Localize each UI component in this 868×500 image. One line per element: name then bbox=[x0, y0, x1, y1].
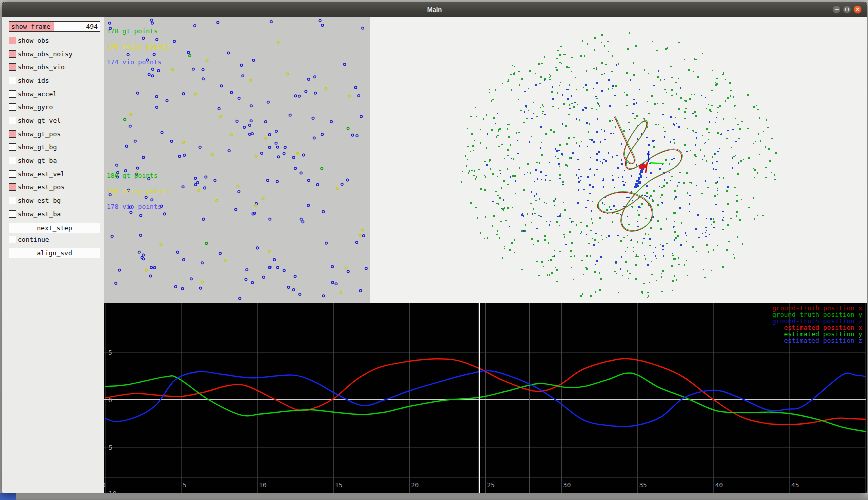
show_gt_ba-checkbox[interactable] bbox=[9, 157, 16, 164]
svg-text:10: 10 bbox=[259, 482, 267, 489]
sidebar-item-show_obs[interactable]: show_obs bbox=[9, 34, 104, 48]
sidebar-widgets: show_frame 494 show_obsshow_obs_noisysho… bbox=[3, 17, 104, 258]
checkbox-label: show_accel bbox=[18, 90, 57, 98]
checkbox-label: show_ids bbox=[18, 77, 49, 84]
svg-text:20: 20 bbox=[411, 482, 419, 489]
svg-text:35: 35 bbox=[639, 482, 647, 489]
gt-points-count: 178 gt points bbox=[107, 29, 169, 34]
dock-fragment bbox=[0, 494, 16, 500]
show_gt_bg-checkbox[interactable] bbox=[9, 144, 16, 151]
show_accel-checkbox[interactable] bbox=[9, 90, 16, 98]
sidebar-item-show_gt_pos[interactable]: show_gt_pos bbox=[9, 128, 104, 141]
minimize-icon bbox=[835, 10, 839, 10]
continue-label: continue bbox=[18, 236, 49, 244]
checkbox-label: show_gt_ba bbox=[18, 157, 57, 164]
sidebar-item-show_gt_vel[interactable]: show_gt_vel bbox=[9, 114, 104, 128]
sidebar-item-show_accel[interactable]: show_accel bbox=[9, 88, 104, 101]
camera-view-1-overlay: 180 gt points 180 noisy points 178 vio p… bbox=[107, 163, 169, 220]
svg-text:5: 5 bbox=[183, 482, 187, 489]
map-3d-view[interactable] bbox=[370, 17, 867, 304]
show_gyro-checkbox[interactable] bbox=[9, 104, 16, 111]
sidebar-panel: show_frame 494 show_obsshow_obs_noisysho… bbox=[3, 17, 104, 492]
svg-text:40: 40 bbox=[715, 482, 723, 489]
main-window: Main ✕ show_frame 494 show_obsshow_obs_n… bbox=[2, 2, 867, 494]
show_est_bg-checkbox[interactable] bbox=[9, 197, 16, 204]
position-plot-canvas: 05101520253035404550-5-10 bbox=[104, 304, 867, 493]
checkbox-label: show_est_bg bbox=[18, 197, 61, 204]
show_est_vel-checkbox[interactable] bbox=[9, 170, 16, 178]
noisy-points-count: 180 noisy points bbox=[107, 189, 169, 194]
align-svd-button[interactable]: align_svd bbox=[9, 248, 100, 258]
checkbox-label: show_obs bbox=[18, 37, 49, 44]
slider-value: 494 bbox=[86, 22, 98, 32]
show_obs-checkbox[interactable] bbox=[9, 37, 16, 44]
checkbox-label: show_obs_vio bbox=[18, 64, 65, 71]
gt-points-count: 180 gt points bbox=[107, 174, 169, 178]
maximize-icon bbox=[845, 8, 849, 12]
titlebar[interactable]: Main ✕ bbox=[2, 2, 867, 18]
checkbox-label: show_gyro bbox=[18, 104, 53, 111]
checkbox-label: show_est_vel bbox=[18, 170, 65, 178]
maximize-button[interactable] bbox=[843, 6, 851, 14]
show_ids-checkbox[interactable] bbox=[9, 77, 16, 84]
vio-points-count: 174 vio points bbox=[107, 60, 169, 65]
minimize-button[interactable] bbox=[832, 6, 841, 14]
sidebar-item-show_gt_bg[interactable]: show_gt_bg bbox=[9, 141, 104, 154]
show_gt_vel-checkbox[interactable] bbox=[9, 117, 16, 124]
svg-text:-10: -10 bbox=[105, 490, 116, 493]
camera-view-1[interactable]: 180 gt points 180 noisy points 178 vio p… bbox=[104, 162, 370, 304]
svg-text:0: 0 bbox=[104, 482, 106, 489]
checkbox-label: show_est_ba bbox=[18, 210, 61, 218]
checkbox-label: show_obs_noisy bbox=[18, 50, 73, 58]
continue-checkbox[interactable] bbox=[9, 236, 16, 244]
svg-text:45: 45 bbox=[791, 482, 799, 489]
next-step-button[interactable]: next_step bbox=[9, 223, 100, 234]
svg-text:5: 5 bbox=[108, 349, 112, 356]
noisy-points-count: 178 noisy points bbox=[107, 44, 169, 50]
legend-entry: estimated position z bbox=[772, 338, 862, 344]
sidebar-item-show_est_pos[interactable]: show_est_pos bbox=[9, 181, 104, 194]
map-3d-canvas bbox=[370, 17, 867, 304]
sidebar-item-continue[interactable]: continue bbox=[9, 234, 104, 247]
show-frame-slider[interactable]: show_frame 494 bbox=[9, 22, 100, 32]
position-plot[interactable]: 05101520253035404550-5-10 ground-truth p… bbox=[104, 304, 867, 493]
svg-text:30: 30 bbox=[563, 482, 571, 489]
close-icon: ✕ bbox=[855, 7, 860, 12]
checkbox-label: show_gt_pos bbox=[18, 130, 61, 138]
svg-text:0: 0 bbox=[108, 396, 112, 404]
show_gt_pos-checkbox[interactable] bbox=[9, 130, 16, 138]
svg-text:25: 25 bbox=[487, 482, 495, 489]
checkbox-label: show_gt_bg bbox=[18, 144, 57, 151]
desktop: Main ✕ show_frame 494 show_obsshow_obs_n… bbox=[0, 0, 868, 500]
window-title: Main bbox=[2, 2, 867, 17]
show_est_pos-checkbox[interactable] bbox=[9, 184, 16, 191]
sidebar-item-show_obs_noisy[interactable]: show_obs_noisy bbox=[9, 48, 104, 61]
camera-view-0[interactable]: 178 gt points 178 noisy points 174 vio p… bbox=[104, 17, 370, 162]
show_obs_noisy-checkbox[interactable] bbox=[9, 50, 16, 58]
desktop-bottom-strip bbox=[0, 494, 868, 500]
sidebar-checkbox-list: show_obsshow_obs_noisyshow_obs_vioshow_i… bbox=[9, 34, 104, 221]
sidebar-item-show_gyro[interactable]: show_gyro bbox=[9, 100, 104, 114]
sidebar-item-show_est_ba[interactable]: show_est_ba bbox=[9, 208, 104, 221]
camera-views-column: 178 gt points 178 noisy points 174 vio p… bbox=[104, 17, 370, 304]
show_obs_vio-checkbox[interactable] bbox=[9, 64, 16, 71]
sidebar-item-show_gt_ba[interactable]: show_gt_ba bbox=[9, 154, 104, 168]
vio-points-count: 178 vio points bbox=[107, 204, 169, 210]
slider-label: show_frame bbox=[11, 22, 50, 32]
sidebar-item-show_est_bg[interactable]: show_est_bg bbox=[9, 194, 104, 208]
plot-legend: ground-truth position xground-truth posi… bbox=[772, 306, 862, 344]
checkbox-label: show_est_pos bbox=[18, 184, 65, 191]
camera-view-0-overlay: 178 gt points 178 noisy points 174 vio p… bbox=[107, 18, 169, 76]
sidebar-item-show_est_vel[interactable]: show_est_vel bbox=[9, 168, 104, 181]
svg-text:15: 15 bbox=[335, 482, 343, 489]
close-button[interactable]: ✕ bbox=[853, 6, 862, 14]
sidebar-item-show_ids[interactable]: show_ids bbox=[9, 74, 104, 88]
show_est_ba-checkbox[interactable] bbox=[9, 210, 16, 218]
checkbox-label: show_gt_vel bbox=[18, 117, 61, 124]
svg-text:-5: -5 bbox=[105, 444, 113, 452]
sidebar-item-show_obs_vio[interactable]: show_obs_vio bbox=[9, 60, 104, 74]
